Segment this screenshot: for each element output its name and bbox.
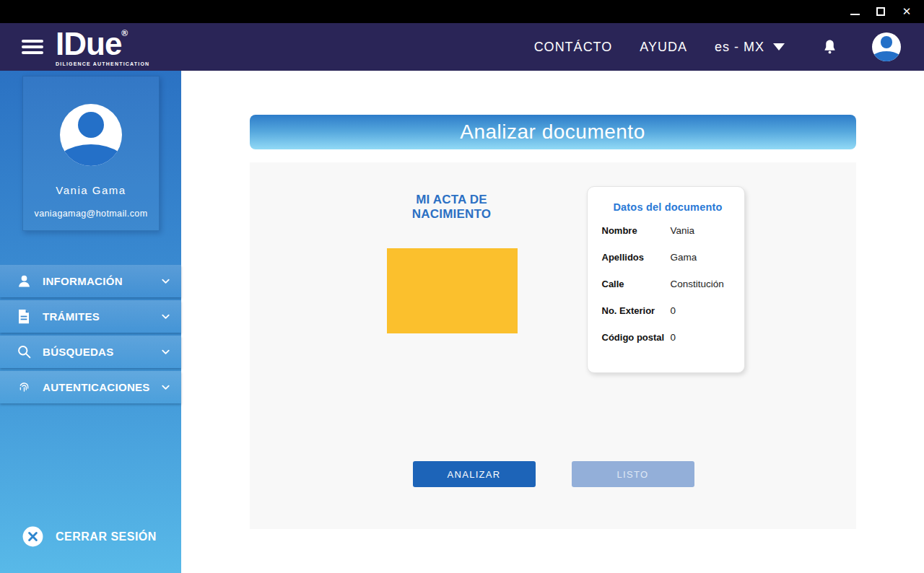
contact-link[interactable]: CONTÁCTO [534,40,613,55]
field-value: 0 [671,305,676,317]
app-window: ✕ IDue® DILIGENCE AUTHENTICATION CONTÁCT… [0,0,924,573]
chevron-down-icon [160,311,171,322]
app-logo: IDue® DILIGENCE AUTHENTICATION [56,28,149,66]
page-title-banner: Analizar documento [250,115,856,149]
document-icon [16,309,32,324]
analyze-button[interactable]: ANALIZAR [413,461,536,487]
field-value: Gama [671,252,697,263]
avatar-torso [60,144,122,166]
field-value: Vania [671,225,695,237]
field-row-nombre: Nombre Vania [602,225,734,237]
logo-subtitle: DILIGENCE AUTHENTICATION [56,61,149,66]
done-button[interactable]: LISTO [572,461,694,487]
profile-avatar [60,104,122,166]
main-content: Analizar documento MI ACTA DE NACIMIENTO… [181,71,924,573]
field-row-codigo-postal: Código postal 0 [602,332,734,344]
fingerprint-icon [16,380,32,395]
profile-email: vaniagamag@hotmail.com [35,209,148,219]
sidebar-item-autenticaciones[interactable]: AUTENTICACIONES [0,371,181,403]
field-value: 0 [671,332,676,344]
chevron-down-icon [160,276,171,286]
sidebar-item-label: BÚSQUEDAS [43,346,114,358]
chevron-down-icon [773,43,785,51]
sidebar-item-informacion[interactable]: INFORMACIÓN [0,265,181,297]
profile-card: Vania Gama vaniagamag@hotmail.com [22,76,160,231]
field-label: Calle [602,279,671,290]
field-label: Nombre [602,225,671,237]
profile-name: Vania Gama [56,184,126,196]
sidebar-menu: INFORMACIÓN TRÁMITES [0,265,181,403]
content-panel: MI ACTA DE NACIMIENTO Datos del document… [250,162,856,529]
minimize-icon[interactable] [849,6,860,17]
sidebar-item-label: TRÁMITES [43,310,100,323]
field-row-apellidos: Apellidos Gama [602,252,734,263]
chevron-down-icon [160,382,171,393]
field-label: Código postal [602,332,671,344]
sidebar-item-label: AUTENTICACIONES [43,381,150,393]
language-selector[interactable]: es - MX [715,40,785,55]
close-icon[interactable]: ✕ [901,6,912,17]
field-label: No. Exterior [602,305,671,317]
logo-text: IDue® [56,28,149,60]
document-details-card: Datos del documento Nombre Vania Apellid… [587,186,745,373]
avatar-head [881,36,893,48]
sidebar: Vania Gama vaniagamag@hotmail.com INFORM… [0,71,181,573]
field-row-no-exterior: No. Exterior 0 [602,305,734,317]
user-icon [16,274,32,289]
top-navbar: IDue® DILIGENCE AUTHENTICATION CONTÁCTO … [0,23,924,71]
page-title: Analizar documento [460,121,645,144]
logout-button[interactable]: CERRAR SESIÓN [22,526,157,547]
registered-mark: ® [121,28,128,38]
chevron-down-icon [160,346,171,357]
sidebar-item-label: INFORMACIÓN [43,275,123,287]
search-icon [16,344,32,359]
field-value: Constitución [671,279,724,290]
maximize-icon[interactable] [875,6,886,17]
avatar-torso [872,51,901,61]
field-label: Apellidos [602,252,671,263]
content-row: Vania Gama vaniagamag@hotmail.com INFORM… [0,71,924,573]
field-row-calle: Calle Constitución [602,279,734,290]
document-preview [387,248,518,333]
language-value: es - MX [715,40,764,55]
sidebar-item-busquedas[interactable]: BÚSQUEDAS [0,336,181,368]
close-circle-icon [22,526,43,547]
avatar-head [78,112,104,138]
details-card-title: Datos del documento [602,201,734,213]
navbar-actions: CONTÁCTO AYUDA es - MX [534,32,924,61]
sidebar-item-tramites[interactable]: TRÁMITES [0,300,181,333]
window-titlebar: ✕ [0,0,924,23]
help-link[interactable]: AYUDA [640,40,687,55]
logout-label: CERRAR SESIÓN [56,530,157,543]
hamburger-menu-icon[interactable] [22,40,43,54]
bell-icon[interactable] [822,38,837,56]
document-title: MI ACTA DE NACIMIENTO [394,193,510,222]
user-avatar[interactable] [872,32,901,61]
